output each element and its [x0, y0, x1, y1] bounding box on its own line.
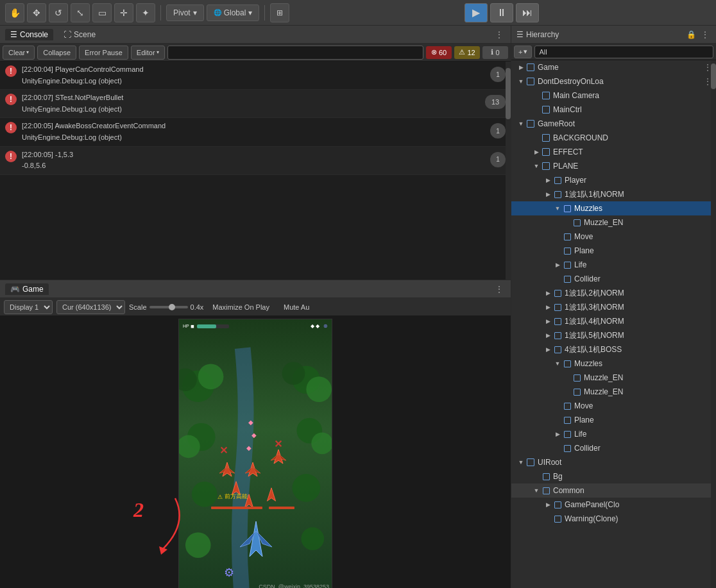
tree-item-muzzle-en[interactable]: Muzzle_EN	[511, 215, 716, 230]
info-badge[interactable]: ℹ 0	[482, 46, 508, 59]
tree-item-collider[interactable]: Collider	[511, 272, 716, 286]
hierarchy-header: ☰ Hierarchy 🔒 ⋮	[511, 26, 716, 44]
hierarchy-scrollbar-thumb[interactable]	[711, 63, 716, 89]
tab-scene[interactable]: ⛶ Scene	[58, 29, 101, 40]
console-scrollbar-thumb[interactable]	[506, 68, 511, 119]
hierarchy-lock-button[interactable]: 🔒	[685, 29, 697, 40]
icon-gamepanel	[552, 500, 563, 510]
pause-button[interactable]: ⏸	[490, 3, 513, 22]
tree-item-boss[interactable]: ▶ 4波1队1机BOSS	[511, 342, 716, 357]
warning-badge[interactable]: ⚠ 12	[454, 46, 480, 59]
console-search-input[interactable]	[167, 46, 423, 60]
tree-item-background[interactable]: BACKGROUND	[511, 131, 716, 145]
scale-value: 0.4x	[191, 303, 204, 311]
arrow-gamepanel: ▶	[543, 500, 552, 509]
log-item[interactable]: ! [22:00:04] PlayerCanControlCommand Uni…	[0, 62, 511, 90]
error-badge[interactable]: ⊗ 60	[426, 46, 452, 59]
enemy-3	[269, 448, 288, 467]
rect-tool[interactable]: ▭	[92, 3, 112, 22]
scale-slider[interactable]	[149, 306, 188, 308]
tree-item-wave1-4[interactable]: ▶ 1波1队4机NORM	[511, 314, 716, 328]
label-life: Life	[574, 260, 586, 269]
step-button[interactable]: ⏭	[516, 3, 539, 22]
move-tool[interactable]: ✥	[27, 3, 46, 22]
tree-item-gamepanel[interactable]: ▶ GamePanel(Clo	[511, 498, 716, 512]
icon-collider2	[562, 443, 572, 453]
maximize-on-play-button[interactable]: Maximize On Play	[207, 300, 275, 314]
hierarchy-search-input[interactable]	[534, 46, 713, 58]
error-pause-button[interactable]: Error Pause	[79, 46, 128, 60]
tree-item-wave1-1[interactable]: ▶ 1波1队1机NORM	[511, 187, 716, 201]
arrow-gameroot: ▼	[516, 119, 525, 128]
tree-item-dontdestroy[interactable]: ▼ DontDestroyOnLoa ⋮	[511, 74, 716, 88]
resolution-select[interactable]: Cur (640x1136)	[56, 300, 125, 314]
tree-item-plane1[interactable]: Plane	[511, 244, 716, 258]
scale-tool[interactable]: ⤡	[71, 3, 90, 22]
icon-muzzle-en	[572, 217, 582, 228]
tree-item-muzzle-en2a[interactable]: Muzzle_EN	[511, 371, 716, 385]
tree-item-warning[interactable]: Warning(Clone)	[511, 512, 716, 526]
label-wave1-4: 1波1队4机NORM	[565, 316, 624, 327]
tab-console[interactable]: ☰ Console	[5, 29, 53, 40]
display-select[interactable]: Display 1	[4, 300, 53, 314]
tree-item-main-camera[interactable]: Main Camera	[511, 88, 716, 103]
tree-item-player[interactable]: ▶ Player	[511, 173, 716, 187]
powerup-1: ⚙	[224, 566, 234, 580]
tab-game[interactable]: 🎮 Game	[5, 283, 49, 295]
mute-audio-button[interactable]: Mute Au	[278, 300, 314, 314]
label-move2: Move	[574, 401, 593, 410]
tree-item-wave1-2[interactable]: ▶ 1波1队2机NORM	[511, 286, 716, 300]
play-button[interactable]: ▶	[465, 3, 488, 22]
tree-item-bg[interactable]: Bg	[511, 469, 716, 483]
grid-button[interactable]: ⊞	[270, 3, 289, 22]
clear-button[interactable]: Clear ▾	[3, 46, 35, 60]
tree-item-muzzle-en2b[interactable]: Muzzle_EN	[511, 385, 716, 399]
label-main-camera: Main Camera	[553, 91, 599, 100]
tree-item-game[interactable]: ▶ Game ⋮	[511, 60, 716, 74]
tree-item-effect[interactable]: ▶ EFFECT	[511, 145, 716, 159]
tree-item-uiroot[interactable]: ▼ UIRoot	[511, 455, 716, 469]
tree-item-plane[interactable]: ▼ PLANE	[511, 159, 716, 173]
tree-item-wave1-5[interactable]: ▶ 1波1队5机NORM	[511, 328, 716, 342]
icon-player	[552, 175, 563, 185]
scene-tab-label: Scene	[74, 30, 96, 39]
tree-item-life2[interactable]: ▶ Life	[511, 427, 716, 441]
editor-button[interactable]: Editor ▾	[131, 46, 165, 60]
tree-item-muzzles2[interactable]: ▼ Muzzles	[511, 357, 716, 371]
game-menu-button[interactable]: ⋮	[493, 283, 506, 296]
log-line1: [22:00:05] AwakeBossCreatorEventCommand	[22, 121, 485, 132]
transform-tool[interactable]: ✛	[114, 3, 133, 22]
log-item[interactable]: ! [22:00:05] AwakeBossCreatorEventComman…	[0, 118, 511, 146]
log-item[interactable]: ! [22:00:05] -1,5.3 -0.8,5.6 1	[0, 147, 511, 175]
tree-item-life[interactable]: ▶ Life	[511, 258, 716, 272]
console-menu-button[interactable]: ⋮	[493, 28, 506, 41]
hand-tool[interactable]: ✋	[5, 3, 24, 22]
tree-item-move[interactable]: Move	[511, 230, 716, 244]
tree-item-common[interactable]: ▼ Common	[511, 483, 716, 498]
scale-thumb	[169, 304, 175, 310]
maximize-label: Maximize On Play	[212, 303, 269, 311]
pivot-button[interactable]: Pivot ▾	[166, 4, 204, 21]
game-canvas[interactable]: HP ◼ ◆ ◆ ⊛	[178, 319, 332, 588]
tree-item-collider2[interactable]: Collider	[511, 441, 716, 455]
label-muzzle-en2a: Muzzle_EN	[584, 373, 623, 382]
tree-item-muzzles[interactable]: ▼ Muzzles	[511, 201, 716, 215]
tree-item-move2[interactable]: Move	[511, 399, 716, 413]
icon-wave1-3	[552, 302, 563, 312]
custom-tool[interactable]: ✦	[136, 3, 155, 22]
tree-item-mainctrl[interactable]: MainCtrl	[511, 103, 716, 117]
add-gameobject-button[interactable]: + ▾	[514, 46, 532, 58]
tree-item-wave1-3[interactable]: ▶ 1波1队3机NORM	[511, 300, 716, 314]
global-button[interactable]: 🌐 Global ▾	[207, 4, 260, 21]
warning-icon: ⚠	[459, 48, 465, 56]
collapse-button[interactable]: Collapse	[37, 46, 76, 60]
arrow-background	[532, 133, 541, 142]
log-item[interactable]: ! [22:00:07] STest.NotPlayerBullet Unity…	[0, 90, 511, 118]
tree-item-plane2[interactable]: Plane	[511, 413, 716, 427]
icon-move	[562, 231, 572, 242]
label-muzzles: Muzzles	[574, 204, 602, 213]
rotate-tool[interactable]: ↺	[49, 3, 68, 22]
hierarchy-menu-button[interactable]: ⋮	[699, 29, 711, 40]
log-line1: [22:00:07] STest.NotPlayerBullet	[22, 92, 480, 104]
tree-item-gameroot[interactable]: ▼ GameRoot	[511, 117, 716, 131]
